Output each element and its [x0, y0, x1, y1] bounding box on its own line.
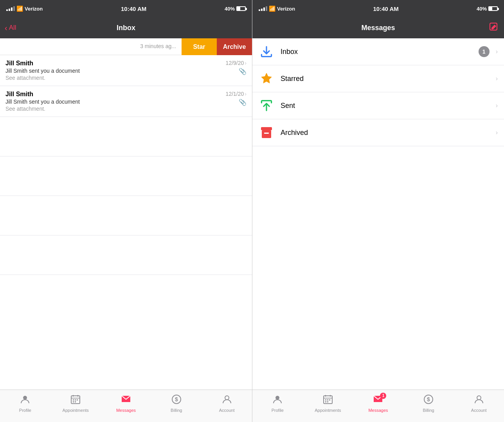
category-starred[interactable]: Starred › — [252, 65, 504, 92]
right-tab-profile-label: Profile — [272, 408, 284, 413]
right-tab-profile[interactable]: Profile — [252, 394, 303, 413]
profile-icon — [20, 394, 30, 407]
svg-rect-17 — [264, 133, 269, 134]
battery-percent: 40% — [225, 6, 235, 12]
right-battery-percent: 40% — [477, 6, 487, 12]
right-tab-appointments-label: Appointments — [315, 408, 341, 413]
left-tab-appointments[interactable]: Appointments — [50, 394, 101, 413]
left-tab-profile-label: Profile — [19, 408, 31, 413]
left-status-bar: 📶 Verizon 10:40 AM 40% — [0, 0, 252, 17]
left-tab-profile[interactable]: Profile — [0, 394, 50, 413]
starred-chevron: › — [496, 75, 498, 82]
right-messages-icon: 1 — [373, 394, 383, 407]
signal-bars — [6, 6, 15, 11]
right-carrier-text: Verizon — [277, 6, 295, 12]
left-tab-account-label: Account — [219, 408, 235, 413]
messages-tab-badge: 1 — [380, 393, 386, 399]
divider-1 — [0, 156, 252, 156]
svg-rect-16 — [262, 130, 271, 138]
messages-icon — [121, 394, 131, 407]
inbox-label: Inbox — [281, 48, 472, 56]
account-icon — [222, 394, 232, 407]
back-button[interactable]: ‹ All — [5, 23, 16, 32]
left-nav-bar: ‹ All Inbox — [0, 17, 252, 38]
svg-rect-15 — [261, 127, 272, 130]
swipe-row-content: stion 3 minutes ag... — [0, 38, 182, 55]
email-row-0-top: Jill Smith Jill Smith sent you a documen… — [5, 60, 247, 81]
right-phone-panel: 📶 Verizon 10:40 AM 40% Messages — [252, 0, 504, 422]
messages-title: Messages — [361, 24, 395, 32]
left-phone-panel: 📶 Verizon 10:40 AM 40% ‹ All Inbox Star — [0, 0, 252, 422]
divider-3 — [0, 235, 252, 235]
right-signal-bars — [259, 6, 267, 11]
swipe-row-right: 3 minutes ag... — [140, 43, 176, 49]
left-tab-bar: Profile Appointments — [0, 390, 252, 422]
archived-chevron: › — [496, 129, 498, 136]
email-1-subject: Jill Smith sent you a document — [5, 99, 80, 105]
left-tab-messages[interactable]: Messages — [101, 394, 151, 413]
email-row-0[interactable]: Jill Smith Jill Smith sent you a documen… — [0, 55, 252, 86]
email-0-sender: Jill Smith Jill Smith sent you a documen… — [5, 60, 80, 81]
svg-rect-7 — [77, 399, 78, 400]
right-carrier: 📶 Verizon — [259, 5, 295, 12]
starred-icon-wrap — [259, 71, 274, 86]
svg-text:$: $ — [175, 396, 178, 402]
swipe-actions: Star Archive — [182, 38, 252, 55]
svg-point-0 — [23, 396, 27, 400]
right-tab-messages[interactable]: 1 Messages — [353, 394, 403, 413]
right-tab-account-label: Account — [471, 408, 487, 413]
swipe-row[interactable]: Star Archive stion 3 minutes ag... — [0, 38, 252, 55]
right-tab-billing[interactable]: $ Billing — [403, 394, 454, 413]
left-tab-account[interactable]: Account — [202, 394, 252, 413]
chevron-right-icon-0: › — [245, 60, 247, 66]
right-tab-appointments[interactable]: Appointments — [303, 394, 353, 413]
email-0-preview: See attachment. — [5, 75, 80, 81]
left-time: 10:40 AM — [121, 5, 146, 12]
category-archived[interactable]: Archived › — [252, 119, 504, 146]
right-tab-billing-label: Billing — [423, 408, 434, 413]
svg-rect-23 — [325, 399, 326, 400]
right-appointments-icon — [323, 394, 333, 407]
compose-button[interactable] — [489, 22, 499, 33]
right-wifi-icon: 📶 — [269, 5, 275, 12]
right-time: 10:40 AM — [373, 5, 398, 12]
right-battery: 40% — [477, 6, 498, 12]
left-tab-billing-label: Billing — [171, 408, 182, 413]
svg-rect-24 — [327, 399, 328, 400]
sent-icon-wrap — [259, 98, 274, 113]
attachment-icon-0: 📎 — [239, 68, 247, 75]
right-tab-account[interactable]: Account — [454, 394, 504, 413]
email-0-date-text: 12/9/20 — [226, 60, 244, 66]
right-nav-bar: Messages — [252, 17, 504, 38]
left-battery: 40% — [225, 6, 246, 12]
left-tab-billing[interactable]: $ Billing — [151, 394, 202, 413]
email-1-sender: Jill Smith Jill Smith sent you a documen… — [5, 91, 80, 112]
category-sent[interactable]: Sent › — [252, 92, 504, 119]
right-profile-icon — [272, 394, 283, 407]
inbox-chevron: › — [496, 48, 498, 55]
star-label: Star — [193, 43, 205, 50]
category-inbox[interactable]: Inbox 1 › — [252, 38, 504, 65]
billing-icon: $ — [171, 394, 182, 407]
left-carrier: 📶 Verizon — [6, 5, 43, 12]
chevron-right-icon-1: › — [245, 91, 247, 97]
swipe-row-top: stion 3 minutes ag... — [0, 43, 176, 50]
archive-action[interactable]: Archive — [217, 38, 252, 55]
star-action[interactable]: Star — [182, 38, 217, 55]
svg-point-30 — [477, 396, 481, 400]
right-tab-messages-label: Messages — [368, 408, 388, 413]
left-tab-messages-label: Messages — [116, 408, 136, 413]
email-1-date: 12/1/20 › — [226, 91, 247, 97]
right-tab-bar: Profile Appointments — [252, 390, 504, 422]
right-status-bar: 📶 Verizon 10:40 AM 40% — [252, 0, 504, 17]
email-row-1[interactable]: Jill Smith Jill Smith sent you a documen… — [0, 86, 252, 117]
appointments-icon — [70, 394, 81, 407]
divider-4 — [0, 275, 252, 275]
archived-label: Archived — [281, 129, 490, 137]
swipe-date: 3 minutes ag... — [140, 43, 176, 49]
inbox-list: Star Archive stion 3 minutes ag... — [0, 38, 252, 275]
messages-content: Inbox 1 › Starred › — [252, 38, 504, 390]
email-row-1-top: Jill Smith Jill Smith sent you a documen… — [5, 91, 247, 112]
starred-label: Starred — [281, 75, 490, 83]
svg-rect-9 — [75, 401, 76, 402]
